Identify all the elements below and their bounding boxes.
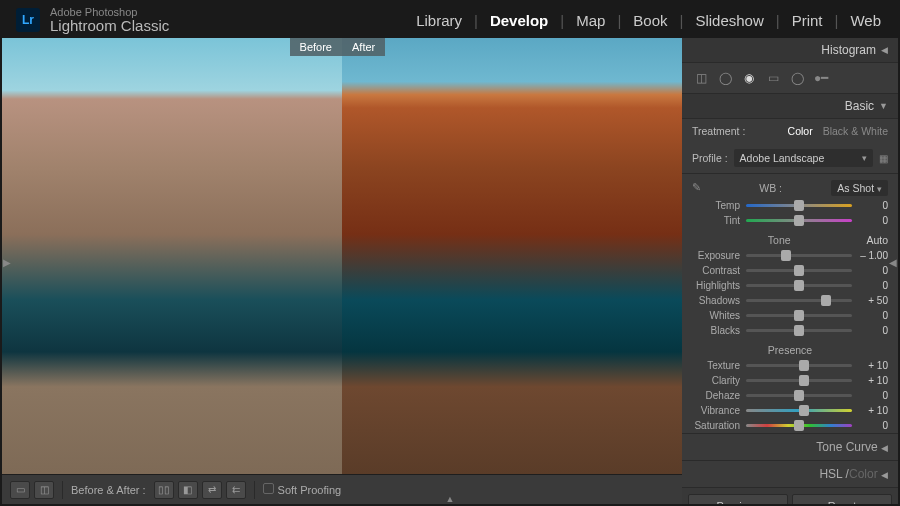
auto-tone-button[interactable]: Auto (866, 234, 888, 246)
soft-proofing-toggle[interactable]: Soft Proofing (263, 483, 342, 496)
slider-exposure[interactable]: Exposure– 1.00 (682, 248, 898, 263)
previous-button[interactable]: Previous (688, 494, 788, 504)
wb-select[interactable]: As Shot ▾ (831, 180, 888, 196)
tab-develop[interactable]: Develop (487, 12, 551, 29)
brand-name: Lightroom Classic (50, 18, 169, 33)
ba-swap-icon[interactable]: ⇄ (202, 481, 222, 499)
profile-browser-icon[interactable]: ▦ (879, 153, 888, 164)
before-label: Before (290, 38, 342, 56)
tab-web[interactable]: Web (847, 12, 884, 29)
wb-row: ✎ WB : As Shot ▾ (682, 174, 898, 198)
tab-book[interactable]: Book (630, 12, 670, 29)
slider-blacks[interactable]: Blacks0 (682, 323, 898, 338)
chevron-left-icon: ◀ (881, 443, 888, 453)
slider-whites[interactable]: Whites0 (682, 308, 898, 323)
slider-texture[interactable]: Texture+ 10 (682, 358, 898, 373)
slider-tint[interactable]: Tint0 (682, 213, 898, 228)
ba-split-icon[interactable]: ◧ (178, 481, 198, 499)
brush-icon[interactable]: ●━ (812, 69, 830, 87)
loupe-view-icon[interactable]: ▭ (10, 481, 30, 499)
after-image[interactable]: After (342, 38, 682, 474)
radial-icon[interactable]: ◯ (788, 69, 806, 87)
chevron-left-icon: ◀ (881, 470, 888, 480)
tab-library[interactable]: Library (413, 12, 465, 29)
module-tabs: Library| Develop| Map| Book| Slideshow| … (413, 12, 884, 29)
tab-slideshow[interactable]: Slideshow (692, 12, 766, 29)
tool-strip: ◫ ◯ ◉ ▭ ◯ ●━ (682, 63, 898, 94)
left-panel-toggle-icon[interactable]: ▶ (2, 253, 12, 271)
crop-icon[interactable]: ◫ (692, 69, 710, 87)
slider-shadows[interactable]: Shadows+ 50 (682, 293, 898, 308)
slider-clarity[interactable]: Clarity+ 10 (682, 373, 898, 388)
hsl-header[interactable]: HSL /Color ◀ (682, 460, 898, 487)
treatment-color[interactable]: Color (788, 125, 813, 137)
spot-icon[interactable]: ◯ (716, 69, 734, 87)
redeye-icon[interactable]: ◉ (740, 69, 758, 87)
histogram-header[interactable]: Histogram◀ (682, 38, 898, 63)
treatment-bw[interactable]: Black & White (823, 125, 888, 137)
tab-print[interactable]: Print (789, 12, 826, 29)
develop-panel: Histogram◀ ◫ ◯ ◉ ▭ ◯ ●━ Basic▼ Treatment… (682, 38, 898, 504)
eyedropper-icon[interactable]: ✎ (692, 181, 710, 195)
chevron-down-icon: ▼ (879, 101, 888, 111)
slider-saturation[interactable]: Saturation0 (682, 418, 898, 433)
profile-row: Profile : Adobe Landscape▾ ▦ (682, 143, 898, 174)
slider-contrast[interactable]: Contrast0 (682, 263, 898, 278)
slider-temp[interactable]: Temp0 (682, 198, 898, 213)
before-image[interactable]: Before (2, 38, 342, 474)
app-header: Lr Adobe Photoshop Lightroom Classic Lib… (2, 2, 898, 38)
chevron-left-icon: ◀ (881, 45, 888, 55)
logo-icon: Lr (16, 8, 40, 32)
after-label: After (342, 38, 385, 56)
image-viewer: Before After ▭ ◫ Before & After : ▯▯ ◧ ⇄… (2, 38, 682, 504)
profile-select[interactable]: Adobe Landscape▾ (734, 149, 873, 167)
tone-curve-header[interactable]: Tone Curve ◀ (682, 433, 898, 460)
before-after-label: Before & After : (71, 484, 146, 496)
treatment-row: Treatment : Color Black & White (682, 119, 898, 143)
reset-button[interactable]: Reset (792, 494, 892, 504)
tab-map[interactable]: Map (573, 12, 608, 29)
ba-sidebyside-icon[interactable]: ▯▯ (154, 481, 174, 499)
right-panel-toggle-icon[interactable]: ◀ (888, 253, 898, 271)
checkbox-icon[interactable] (263, 483, 274, 494)
slider-dehaze[interactable]: Dehaze0 (682, 388, 898, 403)
filmstrip-toggle-icon[interactable]: ▲ (446, 494, 455, 504)
basic-header[interactable]: Basic▼ (682, 94, 898, 119)
ba-copy-icon[interactable]: ⇇ (226, 481, 246, 499)
brand: Lr Adobe Photoshop Lightroom Classic (16, 7, 169, 33)
slider-highlights[interactable]: Highlights0 (682, 278, 898, 293)
slider-vibrance[interactable]: Vibrance+ 10 (682, 403, 898, 418)
gradient-icon[interactable]: ▭ (764, 69, 782, 87)
viewer-toolbar: ▭ ◫ Before & After : ▯▯ ◧ ⇄ ⇇ Soft Proof… (2, 474, 682, 504)
compare-view-icon[interactable]: ◫ (34, 481, 54, 499)
